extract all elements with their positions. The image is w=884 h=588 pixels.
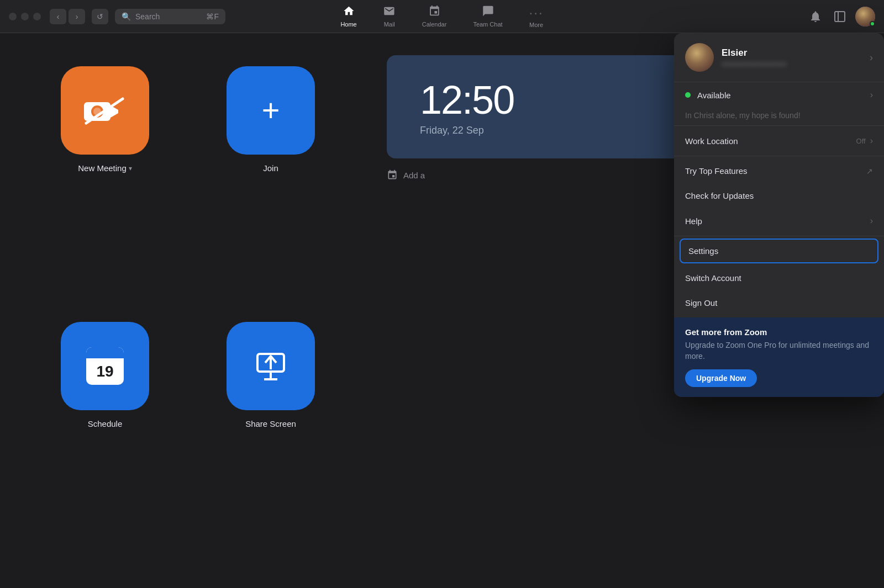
menu-separator-3 — [674, 236, 884, 236]
menu-email: ●●●●●●●●●●●●●●● — [722, 60, 862, 68]
try-top-features-label: Try Top Features — [685, 166, 866, 176]
check-updates-label: Check for Updates — [685, 191, 873, 200]
new-meeting-action[interactable]: New Meeting ▾ — [44, 66, 166, 300]
help-chevron-icon: › — [870, 216, 873, 226]
calendar-top — [86, 347, 124, 358]
titlebar: ‹ › ↺ 🔍 Search ⌘F Home Mail Calendar — [0, 0, 884, 33]
tab-calendar-label: Calendar — [422, 21, 447, 28]
upgrade-title: Get more from Zoom — [685, 327, 873, 337]
schedule-action[interactable]: 19 Schedule — [44, 322, 166, 555]
menu-profile-info: Elsier ●●●●●●●●●●●●●●● — [722, 47, 862, 68]
tab-teamchat[interactable]: Team Chat — [460, 2, 515, 31]
menu-profile[interactable]: Elsier ●●●●●●●●●●●●●●● › — [674, 33, 884, 82]
calendar-day: 19 — [86, 358, 124, 385]
share-screen-icon-wrap — [227, 322, 315, 410]
switch-account-label: Switch Account — [685, 273, 873, 283]
join-label: Join — [263, 163, 278, 173]
more-icon: ··· — [529, 5, 544, 20]
profile-chevron-icon: › — [870, 52, 873, 63]
add-event-label: Add a — [403, 171, 425, 180]
history-button[interactable]: ↺ — [92, 9, 108, 24]
traffic-lights — [9, 13, 41, 20]
close-button[interactable] — [9, 13, 17, 20]
settings-label: Settings — [688, 246, 870, 256]
tab-teamchat-label: Team Chat — [473, 21, 502, 28]
sign-out-label: Sign Out — [685, 298, 873, 308]
dropdown-chevron-icon: ▾ — [129, 165, 132, 172]
upgrade-now-button[interactable]: Upgrade Now — [685, 369, 757, 387]
status-label: Available — [697, 91, 870, 100]
mail-icon — [383, 5, 396, 20]
join-icon-wrap: + — [227, 66, 315, 155]
share-screen-label: Share Screen — [245, 419, 296, 428]
join-action[interactable]: + Join — [210, 66, 332, 300]
main-content: New Meeting ▾ + Join 19 Schedule — [0, 33, 884, 588]
menu-avatar — [685, 43, 714, 72]
tab-home-label: Home — [340, 21, 356, 28]
teamchat-icon — [482, 5, 494, 20]
calendar-schedule-icon: 19 — [86, 347, 124, 385]
menu-separator-1 — [674, 125, 884, 126]
menu-item-settings[interactable]: Settings — [680, 239, 878, 263]
menu-item-work-location[interactable]: Work Location Off › — [674, 128, 884, 153]
new-meeting-icon-wrap — [61, 66, 149, 155]
upgrade-section: Get more from Zoom Upgrade to Zoom One P… — [674, 317, 884, 397]
menu-item-help[interactable]: Help › — [674, 208, 884, 234]
status-note: In Christ alone, my hope is found! — [685, 111, 873, 120]
external-link-icon: ↗ — [866, 167, 873, 176]
tab-more[interactable]: ··· More — [516, 2, 557, 31]
online-status-dot — [870, 21, 875, 27]
menu-username: Elsier — [722, 47, 862, 59]
nav-buttons: ‹ › — [50, 9, 85, 24]
tab-calendar[interactable]: Calendar — [409, 2, 460, 31]
share-screen-action[interactable]: Share Screen — [210, 322, 332, 555]
back-button[interactable]: ‹ — [50, 9, 66, 24]
tab-more-label: More — [529, 22, 543, 28]
svg-rect-0 — [835, 12, 845, 22]
menu-item-sign-out[interactable]: Sign Out — [674, 290, 884, 315]
schedule-label: Schedule — [88, 419, 123, 428]
camera-off-icon — [83, 97, 127, 124]
upload-icon — [253, 348, 288, 384]
add-event-icon — [387, 169, 398, 181]
avatar-button[interactable] — [855, 7, 875, 27]
plus-icon: + — [262, 95, 280, 126]
schedule-icon-wrap: 19 — [61, 322, 149, 410]
nav-tabs: Home Mail Calendar Team Chat ··· More — [327, 2, 556, 31]
dropdown-menu: Elsier ●●●●●●●●●●●●●●● › Available › In … — [674, 33, 884, 397]
calendar-icon — [428, 5, 440, 20]
work-location-value: Off — [856, 137, 866, 145]
minimize-button[interactable] — [21, 13, 29, 20]
notifications-button[interactable] — [807, 8, 824, 25]
status-dot-icon — [685, 92, 691, 98]
menu-item-check-updates[interactable]: Check for Updates — [674, 183, 884, 208]
home-icon — [343, 5, 355, 20]
sidebar-button[interactable] — [831, 8, 849, 25]
work-location-chevron-icon: › — [870, 136, 873, 146]
action-buttons-panel: New Meeting ▾ + Join 19 Schedule — [0, 33, 376, 588]
tab-mail-label: Mail — [384, 21, 395, 28]
new-meeting-label: New Meeting ▾ — [78, 163, 132, 173]
maximize-button[interactable] — [33, 13, 41, 20]
forward-button[interactable]: › — [69, 9, 85, 24]
tab-home[interactable]: Home — [327, 2, 370, 31]
search-bar[interactable]: 🔍 Search ⌘F — [115, 9, 225, 24]
menu-item-switch-account[interactable]: Switch Account — [674, 266, 884, 290]
help-label: Help — [685, 216, 870, 226]
menu-item-note: In Christ alone, my hope is found! — [674, 108, 884, 123]
status-chevron-icon: › — [870, 90, 873, 100]
titlebar-right — [807, 7, 875, 27]
menu-separator-2 — [674, 156, 884, 156]
tab-mail[interactable]: Mail — [370, 2, 409, 31]
search-placeholder: Search — [135, 12, 160, 21]
menu-item-try-top-features[interactable]: Try Top Features ↗ — [674, 158, 884, 183]
menu-item-status[interactable]: Available › — [674, 82, 884, 108]
upgrade-description: Upgrade to Zoom One Pro for unlimited me… — [685, 340, 873, 362]
search-icon: 🔍 — [122, 12, 131, 21]
work-location-label: Work Location — [685, 136, 856, 146]
search-shortcut: ⌘F — [206, 12, 219, 21]
